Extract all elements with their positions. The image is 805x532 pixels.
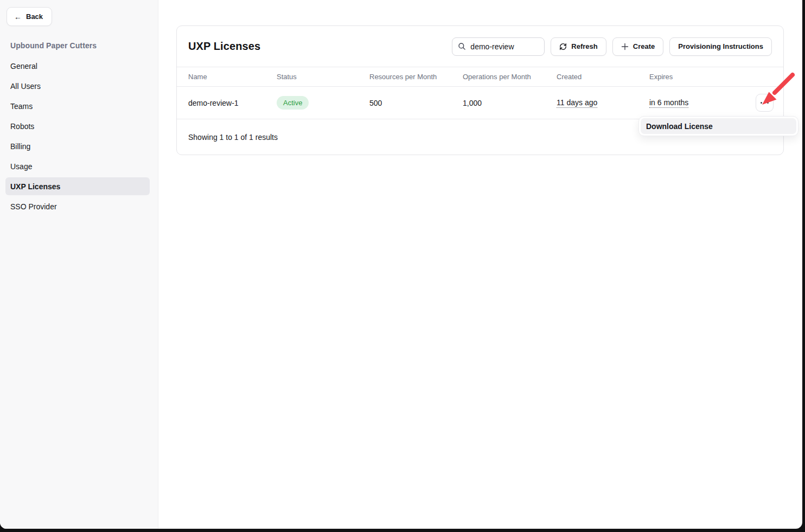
refresh-icon (559, 43, 567, 50)
row-actions-menu: Download License (638, 116, 798, 136)
sidebar-item-teams[interactable]: Teams (5, 97, 150, 115)
column-header-resources: Resources per Month (369, 73, 463, 81)
column-header-operations: Operations per Month (463, 73, 557, 81)
search-icon (458, 42, 466, 50)
sidebar-item-uxp-licenses[interactable]: UXP Licenses (5, 177, 150, 195)
create-button-label: Create (633, 42, 655, 50)
expires-relative-time[interactable]: in 6 months (649, 98, 688, 108)
card-header: UXP Licenses (177, 26, 783, 67)
results-count-text: Showing 1 to 1 of 1 results (188, 133, 278, 142)
license-name-cell: demo-review-1 (188, 99, 277, 107)
actions-cell (754, 94, 774, 112)
sidebar-item-robots[interactable]: Robots (5, 117, 150, 135)
status-cell: Active (277, 96, 369, 110)
expires-cell: in 6 months (649, 98, 754, 108)
toolbar: Refresh Create Provisioning Instructions (452, 37, 772, 56)
provisioning-instructions-label: Provisioning Instructions (678, 42, 763, 50)
sidebar: ← Back Upbound Paper Cutters General All… (0, 0, 158, 529)
column-header-name: Name (188, 73, 277, 81)
created-cell: 11 days ago (557, 98, 649, 108)
sidebar-item-usage[interactable]: Usage (5, 157, 150, 175)
sidebar-nav: General All Users Teams Robots Billing U… (0, 57, 158, 217)
table-row: demo-review-1 Active 500 1,000 11 days a… (177, 87, 783, 119)
search-input[interactable] (470, 42, 539, 51)
status-badge: Active (277, 96, 309, 110)
operations-cell: 1,000 (463, 99, 557, 107)
resources-cell: 500 (369, 99, 463, 107)
menu-item-download-license[interactable]: Download License (641, 118, 796, 134)
ellipsis-icon (761, 102, 762, 104)
search-box[interactable] (452, 37, 545, 56)
arrow-left-icon: ← (14, 13, 22, 21)
column-header-created: Created (557, 73, 649, 81)
column-header-status: Status (277, 73, 369, 81)
plus-icon (621, 43, 629, 50)
refresh-button[interactable]: Refresh (551, 37, 606, 56)
back-button[interactable]: ← Back (7, 7, 52, 26)
sidebar-item-billing[interactable]: Billing (5, 137, 150, 155)
created-relative-time[interactable]: 11 days ago (557, 98, 597, 108)
provisioning-instructions-button[interactable]: Provisioning Instructions (669, 37, 772, 56)
sidebar-item-sso-provider[interactable]: SSO Provider (5, 197, 150, 215)
org-title: Upbound Paper Cutters (10, 41, 97, 50)
app-window: ← Back Upbound Paper Cutters General All… (0, 0, 802, 529)
sidebar-item-all-users[interactable]: All Users (5, 77, 150, 95)
sidebar-item-general[interactable]: General (5, 57, 150, 75)
row-actions-button[interactable] (756, 94, 774, 112)
refresh-button-label: Refresh (571, 42, 597, 50)
table-header: Name Status Resources per Month Operatio… (177, 67, 783, 87)
page-title: UXP Licenses (188, 40, 260, 53)
create-button[interactable]: Create (612, 37, 663, 56)
column-header-expires: Expires (649, 73, 754, 81)
back-button-label: Back (26, 12, 43, 21)
